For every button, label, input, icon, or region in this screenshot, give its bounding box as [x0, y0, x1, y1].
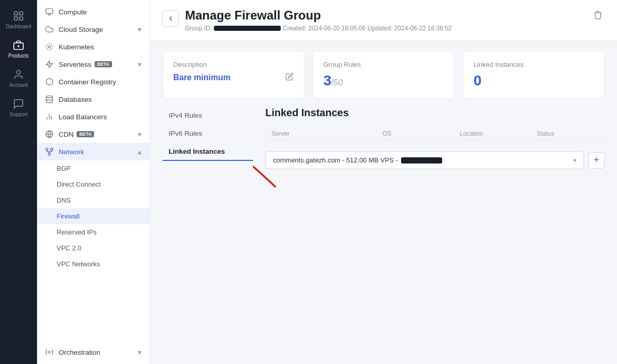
tab-ipv6-rules[interactable]: IPv6 Rules	[162, 125, 253, 142]
sidebar-sub-item-bgp[interactable]: BGP	[37, 160, 150, 176]
right-panel: Linked Instances Server OS Location Stat…	[253, 107, 617, 364]
delete-button[interactable]	[591, 8, 605, 23]
nav-products[interactable]: Products	[0, 34, 37, 64]
section-title: Linked Instances	[265, 107, 605, 119]
nav-account[interactable]: Account	[0, 64, 37, 93]
sidebar-bottom-items: Orchestration ▾	[37, 340, 150, 364]
nav-dashboard[interactable]: Dashboard	[0, 5, 37, 34]
svg-rect-1	[20, 12, 23, 15]
sidebar: Compute Cloud Storage ▾ Kubernetes Serve…	[37, 0, 150, 364]
col-os: OS	[383, 130, 460, 137]
svg-rect-16	[46, 148, 48, 150]
instance-value: comments.gatezh.com - 512.00 MB VPS -	[273, 156, 442, 164]
group-id-redacted	[214, 26, 281, 31]
svg-rect-18	[48, 153, 50, 155]
chevron-down-icon: ▾	[138, 60, 141, 68]
group-rules-card: Group Rules 3/50	[313, 51, 455, 99]
edit-icon[interactable]	[285, 72, 294, 83]
content-area: IPv4 Rules IPv6 Rules Linked Instances L…	[150, 99, 617, 364]
col-status: Status	[537, 130, 598, 137]
description-card: Description Bare minimum	[162, 51, 304, 99]
main-content: Manage Firewall Group Group ID: Created:…	[150, 0, 617, 364]
sidebar-item-kubernetes[interactable]: Kubernetes	[37, 38, 150, 56]
sidebar-main-items: Compute Cloud Storage ▾ Kubernetes Serve…	[37, 0, 150, 275]
table-header: Server OS Location Status	[265, 127, 605, 141]
sidebar-item-container-registry[interactable]: Container Registry	[37, 73, 150, 90]
nav-support[interactable]: Support	[0, 93, 37, 122]
sidebar-item-cdn[interactable]: CDN BETA ▾	[37, 125, 150, 143]
sidebar-sub-item-reserved-ips[interactable]: Reserved IPs	[37, 224, 150, 240]
header-actions	[591, 8, 605, 23]
sidebar-sub-item-dns[interactable]: DNS	[37, 192, 150, 208]
col-server: Server	[271, 130, 383, 137]
summary-cards: Description Bare minimum Group Rules 3/5…	[150, 41, 617, 99]
chevron-down-icon: ▾	[138, 25, 141, 33]
header-info: Manage Firewall Group Group ID: Created:…	[185, 8, 585, 32]
sidebar-item-serverless[interactable]: Serverless BETA ▾	[37, 56, 150, 73]
chevron-up-icon: ▴	[138, 148, 141, 156]
svg-point-7	[16, 70, 20, 74]
instance-selector[interactable]: comments.gatezh.com - 512.00 MB VPS - ▾	[265, 151, 584, 169]
chevron-down-icon: ▾	[138, 130, 141, 138]
back-button[interactable]	[162, 10, 179, 27]
sidebar-sub-item-vpc2[interactable]: VPC 2.0	[37, 240, 150, 256]
tab-linked-instances[interactable]: Linked Instances	[162, 143, 253, 161]
annotation-area: comments.gatezh.com - 512.00 MB VPS - ▾ …	[265, 151, 605, 169]
linked-instances-card: Linked Instances 0	[463, 51, 605, 99]
page-header: Manage Firewall Group Group ID: Created:…	[150, 0, 617, 41]
svg-marker-12	[46, 61, 52, 67]
group-rules-count: 3/50	[323, 72, 444, 89]
add-instance-button[interactable]: +	[588, 152, 605, 169]
sidebar-item-orchestration[interactable]: Orchestration ▾	[37, 343, 150, 361]
header-meta: Group ID: Created: 2024-06-20 18:05:06 U…	[185, 25, 585, 32]
svg-rect-8	[46, 9, 52, 13]
sidebar-item-compute[interactable]: Compute	[37, 3, 150, 21]
col-location: Location	[460, 130, 537, 137]
sidebar-sub-item-vpc-networks[interactable]: VPC Networks	[37, 256, 150, 272]
sidebar-item-network[interactable]: Network ▴	[37, 143, 150, 160]
svg-point-13	[46, 96, 52, 98]
left-tabs: IPv4 Rules IPv6 Rules Linked Instances	[150, 107, 253, 364]
sidebar-item-databases[interactable]: Databases	[37, 90, 150, 108]
svg-rect-3	[20, 17, 23, 20]
dropdown-chevron-icon: ▾	[573, 157, 576, 164]
icon-navigation: Dashboard Products Account Support	[0, 0, 37, 364]
chevron-down-icon: ▾	[138, 348, 141, 356]
instance-selector-row: comments.gatezh.com - 512.00 MB VPS - ▾ …	[265, 151, 605, 169]
svg-rect-17	[51, 148, 53, 150]
page-title: Manage Firewall Group	[185, 8, 585, 23]
instance-id-redacted	[401, 157, 442, 163]
svg-point-11	[48, 46, 50, 48]
svg-rect-2	[14, 17, 17, 20]
linked-instances-count: 0	[474, 72, 594, 89]
svg-rect-0	[14, 12, 17, 15]
sidebar-item-load-balancers[interactable]: Load Balancers	[37, 108, 150, 125]
sidebar-sub-item-firewall[interactable]: Firewall	[37, 208, 150, 224]
sidebar-sub-item-direct-connect[interactable]: Direct Connect	[37, 176, 150, 192]
tab-ipv4-rules[interactable]: IPv4 Rules	[162, 107, 253, 124]
svg-point-23	[48, 351, 50, 353]
sidebar-item-cloud-storage[interactable]: Cloud Storage ▾	[37, 21, 150, 38]
